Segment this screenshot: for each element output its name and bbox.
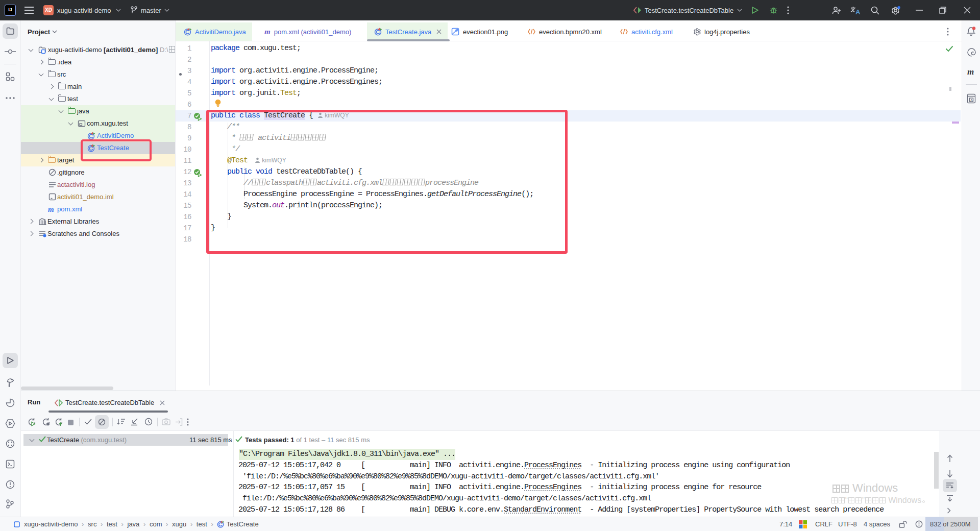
svg-text:A: A xyxy=(855,8,861,15)
svg-text:A: A xyxy=(970,98,973,103)
